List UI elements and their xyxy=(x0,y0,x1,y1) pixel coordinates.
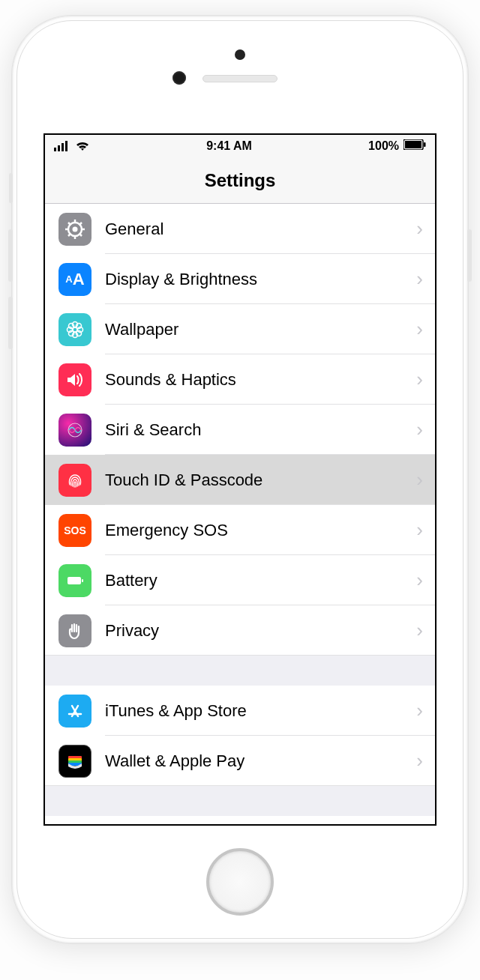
svg-line-13 xyxy=(68,223,71,226)
gear-icon xyxy=(58,213,92,246)
row-label: Wallpaper xyxy=(92,320,416,339)
nav-bar: Settings xyxy=(45,157,435,204)
svg-rect-5 xyxy=(405,141,422,148)
row-itunes-app-store[interactable]: iTunes & App Store › xyxy=(45,686,435,736)
svg-rect-3 xyxy=(65,141,68,151)
group-separator xyxy=(45,786,435,816)
row-emergency-sos[interactable]: SOS Emergency SOS › xyxy=(45,505,435,555)
row-privacy[interactable]: Privacy › xyxy=(45,605,435,656)
svg-point-8 xyxy=(73,226,78,232)
wifi-icon xyxy=(75,141,90,151)
volume-down-button[interactable] xyxy=(8,297,13,349)
svg-line-15 xyxy=(68,233,71,236)
svg-rect-28 xyxy=(82,579,83,582)
svg-line-14 xyxy=(80,233,82,236)
chevron-right-icon: › xyxy=(416,699,435,722)
row-label: Battery xyxy=(92,571,416,590)
group-separator xyxy=(45,656,435,686)
chevron-right-icon: › xyxy=(416,569,435,592)
svg-rect-2 xyxy=(62,143,64,151)
status-time: 9:41 AM xyxy=(206,139,252,153)
page-title: Settings xyxy=(205,170,276,191)
phone-bezel: 9:41 AM 100% Settings Gen xyxy=(16,20,464,939)
text-size-icon: AA xyxy=(58,263,92,296)
fingerprint-icon xyxy=(58,464,92,497)
svg-rect-1 xyxy=(58,145,60,151)
battery-icon xyxy=(404,139,426,153)
svg-line-16 xyxy=(80,223,82,226)
hand-icon xyxy=(58,614,92,647)
svg-rect-27 xyxy=(68,577,81,584)
chevron-right-icon: › xyxy=(416,318,435,341)
wallet-icon xyxy=(58,745,92,778)
row-wallet-apple-pay[interactable]: Wallet & Apple Pay › xyxy=(45,736,435,786)
settings-list[interactable]: General › AA Display & Brightness › xyxy=(45,204,435,824)
chevron-right-icon: › xyxy=(416,619,435,642)
svg-rect-0 xyxy=(54,148,56,151)
speaker-icon xyxy=(58,363,92,396)
sensor-dot xyxy=(235,49,245,60)
cellular-signal-icon xyxy=(54,141,70,151)
siri-icon xyxy=(58,414,92,447)
flower-icon xyxy=(58,313,92,346)
chevron-right-icon: › xyxy=(416,217,435,241)
row-label: Display & Brightness xyxy=(92,270,416,289)
row-display-brightness[interactable]: AA Display & Brightness › xyxy=(45,254,435,304)
mute-switch[interactable] xyxy=(9,173,13,203)
row-siri-search[interactable]: Siri & Search › xyxy=(45,405,435,455)
svg-rect-6 xyxy=(424,142,426,147)
chevron-right-icon: › xyxy=(416,368,435,391)
row-label: Emergency SOS xyxy=(92,521,416,540)
chevron-right-icon: › xyxy=(416,749,435,772)
battery-icon xyxy=(58,564,92,597)
row-label: iTunes & App Store xyxy=(92,701,416,721)
sos-icon: SOS xyxy=(58,514,92,547)
settings-group-2: iTunes & App Store › Wallet & Apple Pay … xyxy=(45,686,435,786)
row-general[interactable]: General › xyxy=(45,204,435,254)
row-label: Sounds & Haptics xyxy=(92,370,416,390)
settings-group-1: General › AA Display & Brightness › xyxy=(45,204,435,656)
row-sounds-haptics[interactable]: Sounds & Haptics › xyxy=(45,354,435,405)
screen: 9:41 AM 100% Settings Gen xyxy=(44,133,436,826)
row-label: General xyxy=(92,220,416,239)
front-camera xyxy=(172,71,186,85)
row-battery[interactable]: Battery › xyxy=(45,555,435,605)
home-button[interactable] xyxy=(206,848,274,916)
row-label: Wallet & Apple Pay xyxy=(92,751,416,771)
chevron-right-icon: › xyxy=(416,418,435,441)
row-label: Touch ID & Passcode xyxy=(92,471,416,490)
status-bar: 9:41 AM 100% xyxy=(45,135,435,157)
app-store-icon xyxy=(58,695,92,728)
volume-up-button[interactable] xyxy=(8,229,13,282)
row-accounts-passwords[interactable]: Accounts & Passwords › xyxy=(45,816,435,824)
row-wallpaper[interactable]: Wallpaper › xyxy=(45,304,435,354)
earpiece-speaker xyxy=(202,75,278,82)
power-button[interactable] xyxy=(467,229,472,282)
chevron-right-icon: › xyxy=(416,468,435,491)
chevron-right-icon: › xyxy=(416,518,435,542)
battery-percentage: 100% xyxy=(368,139,399,153)
chevron-right-icon: › xyxy=(416,267,435,291)
phone-frame: 9:41 AM 100% Settings Gen xyxy=(11,15,469,944)
settings-group-3: Accounts & Passwords › xyxy=(45,816,435,824)
row-label: Siri & Search xyxy=(92,420,416,440)
row-label: Privacy xyxy=(92,621,416,641)
row-touch-id-passcode[interactable]: Touch ID & Passcode › xyxy=(45,455,435,505)
